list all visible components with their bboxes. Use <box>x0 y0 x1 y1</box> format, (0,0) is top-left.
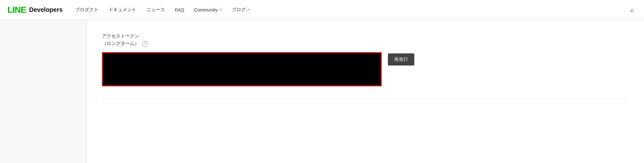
header: LINE Developers プロダクト ドキュメント ニュース FAQ Co… <box>0 0 644 20</box>
nav-item-blog[interactable]: ブログ ↗ <box>232 7 250 13</box>
search-button[interactable]: ⌕ <box>628 4 637 16</box>
logo-developers-text: Developers <box>29 6 63 13</box>
nav-item-news[interactable]: ニュース <box>146 7 165 13</box>
logo-link[interactable]: LINE Developers <box>7 5 63 15</box>
section-divider <box>102 99 629 99</box>
access-token-box <box>102 52 382 86</box>
reissue-button[interactable]: 再発行 <box>388 53 414 66</box>
nav-item-community[interactable]: Community ↗ <box>194 7 222 12</box>
main-content: アクセストークン （ロングターム） ? 再発行 <box>87 20 644 163</box>
sidebar <box>0 20 87 163</box>
search-icon: ⌕ <box>630 6 634 13</box>
section-title: アクセストークン （ロングターム） ? <box>102 32 629 47</box>
nav-item-faq[interactable]: FAQ <box>175 7 184 12</box>
nav-item-product[interactable]: プロダクト <box>75 7 99 13</box>
page-layout: アクセストークン （ロングターム） ? 再発行 <box>0 20 644 163</box>
external-link-icon-community: ↗ <box>219 8 222 12</box>
main-nav: プロダクト ドキュメント ニュース FAQ Community ↗ ブログ ↗ <box>75 7 628 13</box>
external-link-icon-blog: ↗ <box>247 8 250 12</box>
token-row: 再発行 <box>102 52 629 86</box>
nav-item-document[interactable]: ドキュメント <box>108 7 136 13</box>
help-icon[interactable]: ? <box>142 41 148 47</box>
logo-line-text: LINE <box>7 5 26 15</box>
